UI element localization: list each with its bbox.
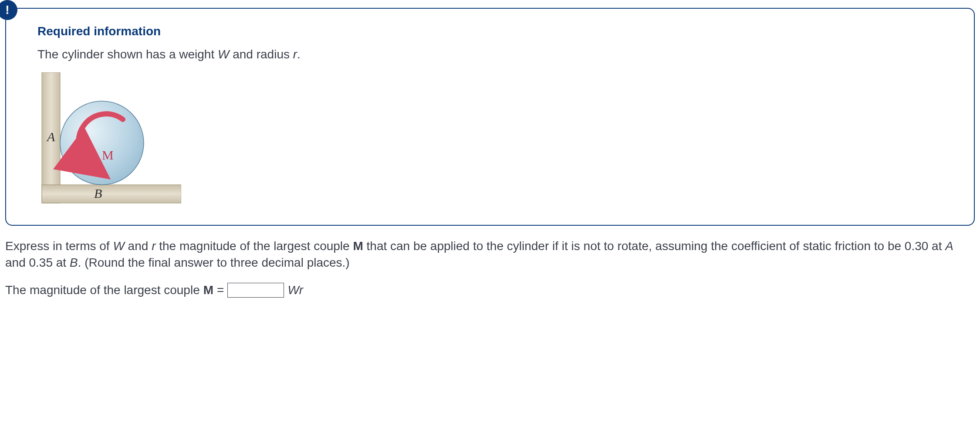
required-heading: Required information	[37, 24, 943, 38]
q-part-2: and	[125, 239, 152, 253]
answer-input[interactable]	[227, 283, 284, 298]
intro-part-2: and radius	[229, 47, 293, 61]
q-var-B: B	[70, 256, 78, 269]
q-part-1: Express in terms of	[5, 239, 113, 253]
q-part-6: . (Round the final answer to three decim…	[78, 256, 350, 269]
diagram-label-B: B	[94, 186, 102, 200]
intro-part-3: .	[297, 47, 301, 61]
intro-var-r: r	[293, 47, 297, 61]
q-var-W: W	[113, 239, 124, 253]
diagram-svg: A M B	[37, 72, 181, 207]
cylinder-diagram: A M B	[37, 72, 943, 209]
q-var-A: A	[945, 239, 953, 253]
answer-unit: Wr	[287, 283, 303, 297]
answer-row: The magnitude of the largest couple M = …	[5, 283, 975, 298]
question-text: Express in terms of W and r the magnitud…	[5, 238, 975, 271]
answer-var-M: M	[203, 283, 213, 297]
intro-var-W: W	[218, 47, 229, 61]
answer-equals: =	[217, 283, 224, 297]
intro-part-1: The cylinder shown has a weight	[37, 47, 218, 61]
required-info-panel: ! Required information The cylinder show…	[5, 8, 975, 226]
q-part-5: and 0.35 at	[5, 256, 70, 269]
answer-label-1: The magnitude of the largest couple	[5, 283, 200, 297]
svg-rect-1	[42, 185, 181, 203]
diagram-label-M: M	[102, 148, 114, 162]
diagram-label-A: A	[46, 129, 55, 144]
q-part-4: that can be applied to the cylinder if i…	[363, 239, 945, 253]
q-part-3: the magnitude of the largest couple	[155, 239, 353, 253]
alert-icon: !	[0, 0, 17, 20]
q-var-M: M	[353, 239, 363, 253]
intro-text: The cylinder shown has a weight W and ra…	[37, 46, 943, 63]
